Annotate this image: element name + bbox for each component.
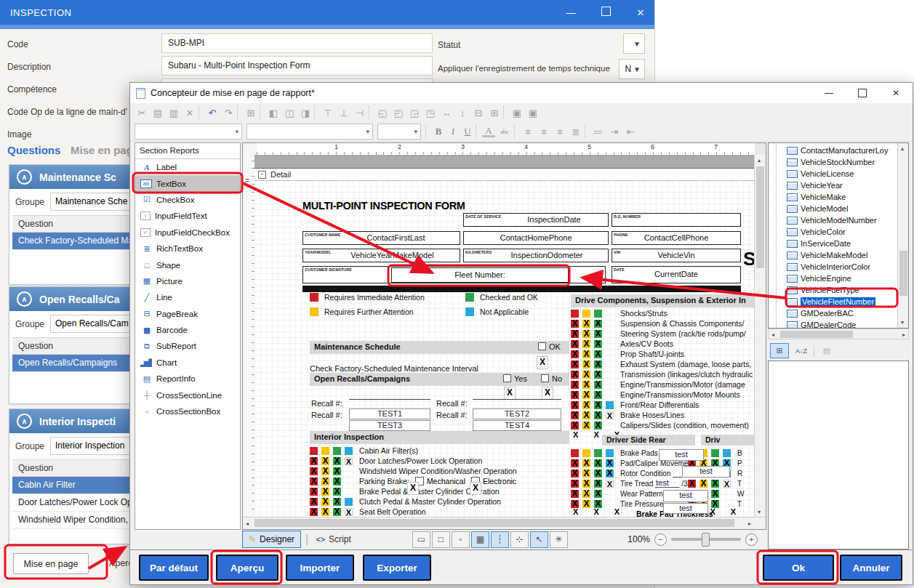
par-defaut-button[interactable]: Par défaut bbox=[139, 555, 209, 581]
tree-item[interactable]: VehicleFleetNumber bbox=[777, 296, 898, 307]
inspection-titlebar[interactable]: INSPECTION bbox=[0, 0, 654, 25]
recall-value[interactable]: TEST1 bbox=[349, 408, 430, 419]
view-toggle-icon[interactable]: ✳ bbox=[550, 531, 568, 548]
vertical-scrollbar[interactable]: ▴ ▾ bbox=[754, 155, 766, 517]
tree-item[interactable]: VehicleModelNumber bbox=[777, 214, 898, 226]
toolbox-item[interactable]: A Label bbox=[135, 159, 240, 175]
close-icon[interactable]: ✕ bbox=[634, 7, 647, 18]
statut-dropdown[interactable]: ▼ bbox=[623, 33, 645, 54]
toolbar-icon[interactable]: ✂ bbox=[135, 108, 149, 118]
tree-item[interactable]: VehicleFuelType bbox=[777, 284, 898, 296]
toolbox-item[interactable]: ▤ ReportInfo bbox=[135, 371, 240, 387]
tree-item[interactable]: InServiceDate bbox=[777, 238, 898, 249]
collapse-icon[interactable]: ∧ bbox=[17, 291, 32, 307]
toolbox-item[interactable]: ▫ CrossSectionBox bbox=[135, 403, 240, 419]
font-family-select[interactable]: ▾ bbox=[135, 124, 242, 140]
ok-button[interactable]: Ok bbox=[763, 555, 834, 581]
no-checkbox[interactable] bbox=[541, 374, 549, 382]
toolbox-item[interactable]: ✓ InputFieldCheckBox bbox=[135, 225, 240, 241]
align-icon[interactable]: ≡ bbox=[537, 126, 551, 137]
tree-horizontal-scrollbar[interactable]: ◂ ▸ bbox=[768, 329, 909, 339]
zoom-in-icon[interactable]: + bbox=[745, 533, 758, 546]
recall-value[interactable]: TEST4 bbox=[473, 420, 561, 431]
italic-icon[interactable]: I bbox=[446, 126, 460, 137]
tree-item[interactable]: GMDealerCode bbox=[777, 319, 898, 329]
toolbox-item[interactable]: ▮▮ Barcode bbox=[135, 322, 240, 338]
tab-designer[interactable]: ✎ Designer bbox=[242, 531, 301, 548]
font-style-select[interactable]: ▾ bbox=[246, 124, 373, 140]
field-customer-name[interactable]: CUSTOMER NAME ContactFirstLast bbox=[302, 231, 460, 245]
code-input[interactable]: SUB-MPI bbox=[161, 33, 433, 53]
spell-check-icon[interactable]: abc bbox=[497, 129, 513, 135]
apercu-button[interactable]: Aperçu bbox=[216, 555, 278, 581]
recall-value[interactable]: TEST2 bbox=[473, 408, 561, 419]
view-toggle-icon[interactable]: ┆ bbox=[491, 531, 509, 548]
toolbar-icon[interactable]: ↕ bbox=[455, 108, 470, 118]
toolbar-icon[interactable] bbox=[369, 106, 374, 119]
tree-item[interactable]: VehicleMake bbox=[777, 191, 898, 203]
toolbar-icon[interactable]: ◰ bbox=[391, 108, 406, 118]
sort-alphabetical-icon[interactable]: A↓Z bbox=[792, 343, 811, 358]
toolbar-icon[interactable]: ▣ bbox=[510, 108, 524, 118]
test-textbox[interactable]: test bbox=[659, 449, 704, 461]
toolbar-icon[interactable]: ↶ bbox=[205, 108, 220, 118]
exporter-button[interactable]: Exporter bbox=[363, 555, 431, 581]
field-home-phone[interactable]: ContactHomePhone bbox=[463, 231, 609, 245]
toolbar-icon[interactable]: ◳ bbox=[423, 108, 438, 118]
toolbox-item[interactable]: ▦ Picture bbox=[135, 273, 240, 289]
toolbar-icon[interactable] bbox=[199, 106, 204, 119]
toolbar-icon[interactable] bbox=[237, 106, 242, 119]
tree-item[interactable]: VehicleMakeModel bbox=[777, 249, 898, 261]
toolbox-item[interactable]: ⧉ SubReport bbox=[135, 338, 240, 354]
test-textbox[interactable]: test bbox=[656, 478, 669, 487]
collapse-icon[interactable]: ∧ bbox=[17, 414, 32, 429]
bold-icon[interactable]: B bbox=[432, 126, 445, 137]
toolbar-icon[interactable]: ⊞ bbox=[487, 108, 502, 118]
toolbox-item[interactable]: I InputFieldText bbox=[135, 208, 240, 224]
toolbar-icon[interactable] bbox=[503, 106, 508, 119]
view-toggle-icon[interactable]: ⊹ bbox=[510, 531, 529, 548]
toolbar-icon[interactable]: ◨ bbox=[298, 108, 313, 118]
test-textbox[interactable]: test bbox=[663, 503, 708, 514]
toolbar-icon[interactable]: ↷ bbox=[221, 108, 236, 118]
tab-questions[interactable]: Questions bbox=[7, 144, 60, 156]
recall-value[interactable]: TEST3 bbox=[349, 420, 430, 431]
tree-item[interactable]: ContactManufacturerLoy bbox=[777, 145, 898, 156]
toolbar-icon[interactable] bbox=[314, 106, 319, 119]
toolbox-item[interactable]: □ Shape bbox=[135, 257, 240, 273]
toolbar-icon[interactable]: ⊥ bbox=[337, 108, 351, 118]
detail-band-header[interactable]: − Detail bbox=[254, 168, 755, 181]
yes-checkbox[interactable] bbox=[503, 374, 511, 382]
annuler-button[interactable]: Annuler bbox=[840, 555, 902, 581]
view-toggle-icon[interactable]: ▭ bbox=[412, 531, 430, 548]
toolbar-icon[interactable]: ▤ bbox=[151, 108, 165, 118]
field-kilometers[interactable]: KILOMETERS InspectionOdometer bbox=[463, 249, 609, 262]
list-indent-icon[interactable]: ⇤ bbox=[623, 126, 638, 137]
toolbar-icon[interactable]: ◱ bbox=[375, 108, 390, 118]
toolbar-icon[interactable]: ⊞ bbox=[244, 108, 258, 118]
report-page[interactable]: MULTI-POINT INSPECTION FORM S DATE OF SE… bbox=[254, 181, 756, 518]
field-date-of-service[interactable]: DATE OF SERVICE InspectionDate bbox=[463, 213, 609, 227]
tree-item[interactable]: VehicleModel bbox=[777, 203, 898, 214]
tab-script[interactable]: <> Script bbox=[316, 534, 351, 544]
mise-en-page-button[interactable]: Mise en page bbox=[13, 553, 89, 574]
field-cell-phone[interactable]: PHONE ContactCellPhone bbox=[612, 231, 741, 245]
maximize-icon[interactable] bbox=[846, 83, 879, 103]
view-toggle-icon[interactable]: ▫ bbox=[452, 531, 470, 548]
horizontal-scrollbar[interactable]: ◂ ▸ bbox=[243, 517, 766, 529]
dialog-titlebar[interactable]: Concepteur de mise en page de rapport* bbox=[130, 83, 913, 103]
toolbox-item[interactable]: ▂▅▇ Chart bbox=[135, 355, 240, 371]
tree-item[interactable]: VehicleInteriorColor bbox=[777, 261, 898, 273]
field-date[interactable]: DATE CurrentDate bbox=[612, 266, 741, 283]
minimize-icon[interactable]: — bbox=[812, 83, 846, 103]
zoom-out-icon[interactable]: − bbox=[654, 533, 667, 546]
toolbar-icon[interactable]: ⊟ bbox=[471, 108, 486, 118]
view-toggle-icon[interactable]: □ bbox=[432, 531, 450, 548]
importer-button[interactable]: Importer bbox=[286, 555, 354, 581]
minimize-icon[interactable]: — bbox=[564, 7, 577, 18]
zoom-slider-thumb[interactable] bbox=[702, 533, 710, 547]
field-year-model[interactable]: YEAR/MODEL VehicleYearMakeModel bbox=[302, 249, 460, 262]
toolbox-item[interactable]: ≣ RichTextBox bbox=[135, 241, 240, 257]
toolbar-icon[interactable]: ⊤ bbox=[321, 108, 335, 118]
toolbox-item[interactable]: ╱ Line bbox=[135, 289, 240, 305]
